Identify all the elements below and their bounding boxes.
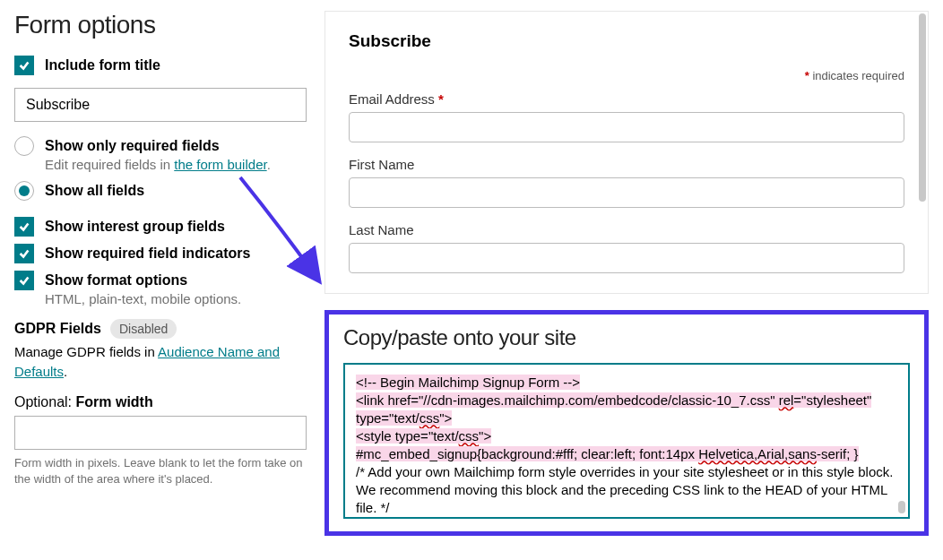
- code-heading: Copy/paste onto your site: [343, 325, 910, 350]
- embed-code-textarea[interactable]: <!-- Begin Mailchimp Signup Form --> <li…: [343, 363, 910, 519]
- options-heading: Form options: [14, 11, 307, 39]
- last-name-field[interactable]: [349, 243, 904, 273]
- first-name-field[interactable]: [349, 177, 904, 208]
- format-label: Show format options: [45, 271, 241, 290]
- interest-label: Show interest group fields: [45, 217, 225, 237]
- indicators-label: Show required field indicators: [45, 244, 250, 263]
- format-sublabel: HTML, plain-text, mobile options.: [45, 290, 241, 308]
- show-all-label: Show all fields: [45, 181, 144, 201]
- first-name-label: First Name: [349, 157, 904, 172]
- width-hint: Form width in pixels. Leave blank to let…: [14, 455, 307, 487]
- interest-checkbox[interactable]: [14, 217, 34, 237]
- form-width-input[interactable]: [14, 416, 307, 450]
- preview-scrollbar[interactable]: [919, 13, 926, 202]
- indicators-checkbox[interactable]: [14, 244, 34, 263]
- form-builder-link[interactable]: the form builder: [174, 157, 266, 172]
- code-section: Copy/paste onto your site <!-- Begin Mai…: [324, 310, 929, 536]
- form-title-input[interactable]: [14, 88, 307, 122]
- form-preview: Subscribe * indicates required Email Add…: [324, 11, 929, 294]
- include-title-checkbox[interactable]: [14, 56, 34, 75]
- show-all-radio[interactable]: [14, 181, 34, 201]
- gdpr-badge: Disabled: [110, 319, 177, 339]
- preview-title: Subscribe: [349, 31, 904, 51]
- gdpr-label: GDPR Fields: [14, 321, 101, 337]
- format-checkbox[interactable]: [14, 271, 34, 290]
- last-name-label: Last Name: [349, 222, 904, 237]
- options-panel: Form options Include form title Show onl…: [14, 11, 307, 536]
- show-required-label: Show only required fields: [45, 136, 271, 156]
- show-required-radio[interactable]: [14, 136, 34, 156]
- include-title-label: Include form title: [45, 56, 160, 75]
- asterisk-icon: *: [805, 69, 809, 82]
- email-field[interactable]: [349, 112, 904, 142]
- code-scrollbar[interactable]: [898, 501, 905, 513]
